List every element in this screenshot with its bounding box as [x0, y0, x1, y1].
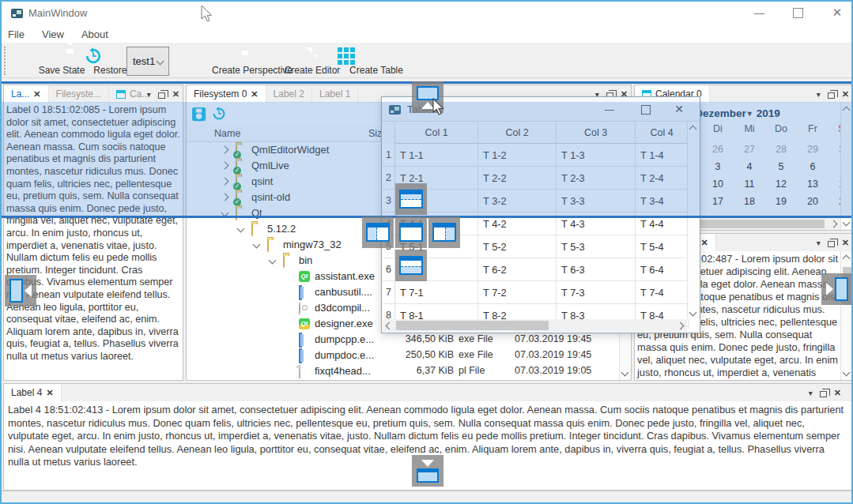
folder-icon [267, 239, 269, 252]
file-icon [299, 365, 300, 378]
table-cell[interactable]: T 5-3 [557, 235, 636, 258]
tree-expander-icon[interactable] [269, 257, 277, 265]
tab-menu-icon[interactable]: ▾ [147, 90, 151, 99]
tab-label4[interactable]: Label 4 ✕ [4, 384, 62, 401]
perspective-combo-value: test1 [133, 55, 155, 67]
scroll-up-icon[interactable] [843, 255, 851, 263]
menu-about[interactable]: About [75, 28, 119, 40]
arrow-right-icon [826, 283, 833, 295]
tab-menu-icon[interactable]: ▾ [817, 239, 821, 247]
tab-close-icon[interactable]: ✕ [700, 238, 708, 248]
create-table-button[interactable]: Create Table [316, 44, 376, 77]
tree-item-label: 5.12.2 [267, 223, 296, 235]
table-cell[interactable]: T 6-3 [557, 258, 636, 281]
scroll-down-icon[interactable] [843, 219, 851, 227]
dock-area-center-indicator[interactable] [395, 216, 427, 248]
file-date: 07.03.2019 19:05 [515, 365, 591, 376]
app-icon [299, 348, 302, 363]
main-window: MainWindow ✕ File View About Save State … [0, 0, 853, 504]
table-cell[interactable]: T 6-2 [478, 258, 557, 281]
tab-label0-text: La... [11, 88, 29, 100]
titlebar[interactable]: MainWindow ✕ [2, 2, 851, 25]
table-row[interactable]: 7T 7-1T 7-2T 7-3T 7-4 [383, 281, 689, 304]
toolbar: Save State Restore State test1 Create Pe… [2, 43, 851, 78]
scrollbar-thumb[interactable] [396, 321, 549, 330]
dock-area-left-indicator[interactable] [362, 216, 394, 248]
file-size: 346,50 KiB [375, 333, 454, 344]
create-editor-button[interactable]: Create Editor [255, 44, 312, 77]
menubar: File View About [2, 25, 851, 43]
label5-vertical-scrollbar[interactable] [840, 251, 852, 380]
mouse-cursor [201, 5, 213, 24]
scroll-right-icon[interactable] [677, 322, 685, 330]
chevron-down-icon [157, 58, 164, 66]
toolbar-grip[interactable] [4, 47, 6, 75]
close-panel-icon[interactable]: ✕ [172, 89, 179, 100]
maximize-icon[interactable] [793, 8, 803, 18]
tab-close-icon[interactable]: ✕ [251, 89, 258, 100]
dock-area-right-indicator[interactable] [428, 216, 460, 248]
table-row-number[interactable]: 7 [383, 281, 395, 304]
dock-area-top-indicator[interactable] [395, 183, 427, 215]
dock-left-indicator[interactable] [5, 275, 36, 307]
undock-icon[interactable] [158, 92, 165, 99]
qt-app-icon: Qt [299, 271, 310, 282]
dock-area-top-icon [399, 190, 423, 209]
window-title: MainWindow [28, 7, 87, 19]
file-type: exe File [459, 349, 493, 360]
tree-expander-icon[interactable] [237, 225, 245, 233]
table-horizontal-scrollbar[interactable] [383, 319, 687, 332]
tab-label1[interactable]: Label 1 [312, 85, 358, 103]
dock-right-indicator[interactable] [821, 273, 853, 305]
tab-menu-icon[interactable]: ▾ [809, 389, 813, 397]
restore-state-button[interactable]: Restore State [64, 44, 123, 77]
tab-filesystem[interactable]: Filesyste... [49, 85, 109, 103]
table-cell[interactable]: T 7-3 [557, 281, 636, 304]
dock-bottom-indicator[interactable] [412, 455, 443, 487]
tree-item-label: dumpcpp.e... [315, 333, 374, 345]
create-perspective-button[interactable]: Create Perspective [172, 44, 251, 77]
minimize-icon[interactable] [754, 13, 764, 14]
tab-label2-text: Label 2 [274, 88, 304, 100]
undock-icon[interactable] [828, 92, 835, 99]
tab-filesystem0[interactable]: Filesystem 0 ✕ [187, 85, 266, 103]
table-cell[interactable]: T 7-4 [636, 281, 689, 304]
undock-icon[interactable] [828, 241, 835, 247]
tree-item-label: d3dcompil... [315, 302, 370, 314]
file-type: pl File [459, 365, 485, 376]
folder-icon [283, 254, 285, 268]
folder-icon [251, 223, 253, 236]
scroll-down-icon[interactable] [689, 309, 697, 317]
scroll-down-icon[interactable] [843, 369, 851, 377]
close-panel-icon[interactable]: ✕ [842, 238, 849, 248]
dock-area-bottom-indicator[interactable] [395, 250, 427, 281]
perspective-combo[interactable]: test1 [126, 47, 169, 76]
restore-icon [85, 47, 102, 65]
table-row[interactable]: 6T 6-1T 6-2T 6-3T 6-4 [383, 258, 689, 281]
table-cell[interactable]: T 7-1 [395, 281, 478, 304]
tree-item[interactable]: fixqt4head...6,37 KiBpl File07.03.2019 1… [187, 363, 619, 379]
table-cell[interactable]: T 5-2 [478, 235, 557, 258]
tab-label2[interactable]: Label 2 [266, 85, 312, 103]
tab-close-icon[interactable]: ✕ [46, 388, 53, 398]
tab-close-icon[interactable]: ✕ [33, 89, 40, 100]
scroll-right-icon[interactable] [830, 220, 838, 228]
table-cell[interactable]: T 5-4 [636, 235, 689, 258]
table-cell[interactable]: T 7-2 [478, 281, 557, 304]
close-panel-icon[interactable]: ✕ [842, 89, 849, 100]
menu-file[interactable]: File [2, 28, 36, 40]
tree-expander-icon[interactable] [253, 241, 261, 249]
close-icon[interactable]: ✕ [830, 5, 844, 21]
table-cell[interactable]: T 6-4 [636, 258, 689, 281]
scroll-down-icon[interactable] [621, 369, 629, 377]
undock-icon[interactable] [820, 391, 827, 397]
scroll-left-icon[interactable] [386, 322, 394, 330]
tab-label0[interactable]: La... ✕ [4, 85, 49, 103]
save-state-button[interactable]: Save State [8, 44, 62, 77]
tree-item[interactable]: dumpcpp.e...346,50 KiBexe File07.03.2019… [187, 332, 619, 348]
tree-item-label: bin [299, 254, 312, 266]
tab-menu-icon[interactable]: ▾ [817, 90, 821, 99]
close-panel-icon[interactable]: ✕ [834, 388, 841, 398]
table-row-number[interactable]: 6 [383, 258, 395, 281]
tree-item[interactable]: dumpdoc.e...250,50 KiBexe File07.03.2019… [187, 348, 619, 363]
